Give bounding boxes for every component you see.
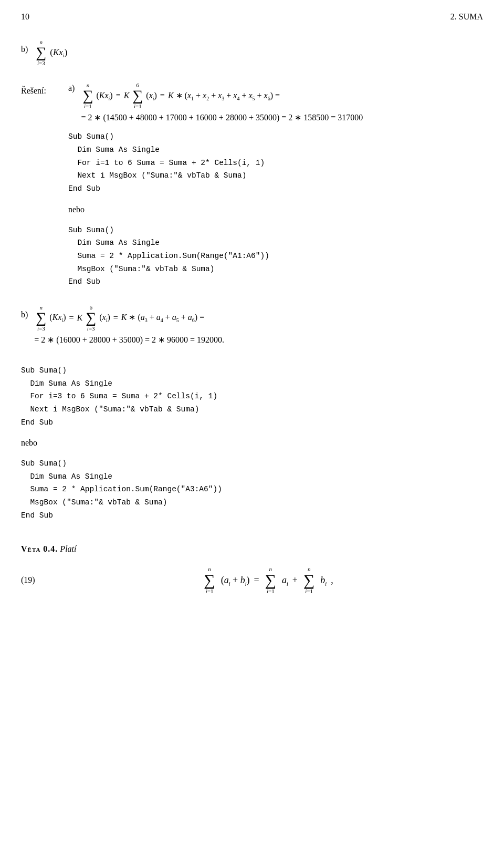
page-number: 10: [21, 11, 29, 23]
part-a-math: n ∑ i=1 (Kxi) = K 6 ∑ i=1 (xi): [81, 82, 363, 125]
reseni-label: Řešení:: [21, 82, 58, 97]
formula-19: (19) n ∑ i=1 (ai + bi) = n ∑ i=1 ai + n: [21, 566, 483, 594]
veta-subtitle: Platí: [60, 544, 76, 553]
veta-title: Věta 0.4.: [21, 544, 58, 553]
reseni-block: Řešení: a) n ∑ i=1 (Kxi) = K: [21, 82, 483, 294]
formula-content: n ∑ i=1 (ai + bi) = n ∑ i=1 ai + n ∑ i=1: [52, 566, 483, 594]
label-b-math: b): [21, 308, 28, 321]
code-block-2: Sub Suma() Dim Suma As Single Suma = 2 *…: [68, 224, 483, 288]
chapter-title: 2. SUMA: [450, 11, 483, 23]
code-block-1: Sub Suma() Dim Suma As Single For i=1 to…: [68, 130, 483, 195]
nebo-2: nebo: [21, 437, 483, 449]
veta-heading: Věta 0.4. Platí: [21, 543, 483, 555]
nebo-1: nebo: [68, 203, 483, 216]
label-a: a): [68, 82, 75, 95]
section-b-math: b) n ∑ i=3 (Kxi) = K 6 ∑ i=3 (xi) = K ∗ …: [21, 304, 483, 348]
reseni-content: a) n ∑ i=1 (Kxi) = K 6 ∑: [68, 82, 483, 294]
code-block-4: Sub Suma() Dim Suma As Single Suma = 2 *…: [21, 457, 483, 522]
label-b-top: b): [21, 43, 28, 56]
formula-number: (19): [21, 574, 52, 586]
part-b-math: n ∑ i=3 (Kxi) = K 6 ∑ i=3 (xi) = K ∗ (a3…: [34, 304, 224, 348]
code-block-3: Sub Suma() Dim Suma As Single For i=3 to…: [21, 364, 483, 429]
section-b-top: b) n ∑ i=3 (Kxi): [21, 39, 483, 66]
